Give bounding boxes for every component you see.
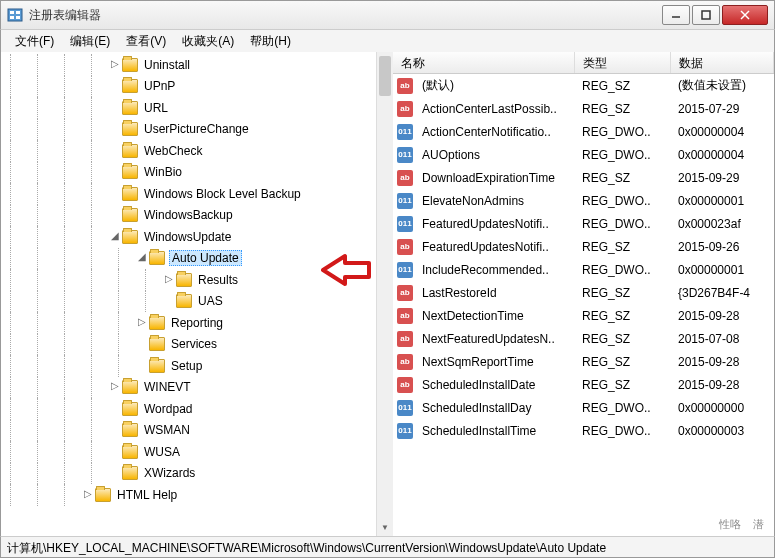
dword-value-icon: 011 bbox=[397, 262, 413, 278]
value-row[interactable]: abFeaturedUpdatesNotifi..REG_SZ2015-09-2… bbox=[393, 235, 774, 258]
string-value-icon: ab bbox=[397, 308, 413, 324]
tree-indent-line bbox=[37, 140, 55, 162]
menu-view[interactable]: 查看(V) bbox=[118, 31, 174, 52]
tree-indent-line bbox=[37, 162, 55, 184]
value-type: REG_SZ bbox=[576, 100, 672, 118]
tree-indent-line bbox=[37, 463, 55, 485]
tree-expander-icon[interactable]: ◢ bbox=[109, 231, 121, 243]
tree-node-label: UAS bbox=[196, 294, 225, 308]
tree-expander-icon[interactable]: ▷ bbox=[82, 489, 94, 501]
minimize-button[interactable] bbox=[662, 5, 690, 25]
tree-node[interactable]: ◢Auto Update bbox=[1, 248, 375, 270]
value-data: 0x00000001 bbox=[672, 261, 774, 279]
tree-node[interactable]: Setup bbox=[1, 355, 375, 377]
tree-expander-icon[interactable]: ▷ bbox=[109, 381, 121, 393]
tree-indent-line bbox=[145, 291, 163, 313]
tree-node[interactable]: WebCheck bbox=[1, 140, 375, 162]
tree-indent-line bbox=[10, 291, 28, 313]
tree-indent-line bbox=[37, 183, 55, 205]
values-list[interactable]: 名称 类型 数据 ab(默认)REG_SZ(数值未设置)abActionCent… bbox=[393, 52, 774, 536]
tree-indent-line bbox=[91, 140, 109, 162]
value-row[interactable]: abScheduledInstallDateREG_SZ2015-09-28 bbox=[393, 373, 774, 396]
value-row[interactable]: abDownloadExpirationTimeREG_SZ2015-09-29 bbox=[393, 166, 774, 189]
value-row[interactable]: 011ActionCenterNotificatio..REG_DWO..0x0… bbox=[393, 120, 774, 143]
tree-indent-line bbox=[10, 312, 28, 334]
folder-icon bbox=[122, 466, 138, 480]
tree-node-label: Services bbox=[169, 337, 219, 351]
value-type: REG_SZ bbox=[576, 77, 672, 95]
menu-bar: 文件(F) 编辑(E) 查看(V) 收藏夹(A) 帮助(H) bbox=[0, 30, 775, 52]
tree-indent-line bbox=[91, 76, 109, 98]
tree-node[interactable]: ▷WINEVT bbox=[1, 377, 375, 399]
scroll-down-button[interactable]: ▼ bbox=[377, 519, 393, 536]
value-row[interactable]: abNextSqmReportTimeREG_SZ2015-09-28 bbox=[393, 350, 774, 373]
tree-node[interactable]: XWizards bbox=[1, 463, 375, 485]
tree-indent-line bbox=[10, 441, 28, 463]
maximize-button[interactable] bbox=[692, 5, 720, 25]
scroll-thumb[interactable] bbox=[379, 56, 391, 96]
value-row[interactable]: 011FeaturedUpdatesNotifi..REG_DWO..0x000… bbox=[393, 212, 774, 235]
tree-node[interactable]: ◢WindowsUpdate bbox=[1, 226, 375, 248]
menu-file[interactable]: 文件(F) bbox=[7, 31, 62, 52]
tree-node[interactable]: WinBio bbox=[1, 162, 375, 184]
value-name: LastRestoreId bbox=[416, 284, 576, 302]
value-row[interactable]: abNextFeaturedUpdatesN..REG_SZ2015-07-08 bbox=[393, 327, 774, 350]
tree-node[interactable]: ▷Uninstall bbox=[1, 54, 375, 76]
tree-node[interactable]: UserPictureChange bbox=[1, 119, 375, 141]
tree-expander-icon[interactable]: ▷ bbox=[163, 274, 175, 286]
tree-node[interactable]: UPnP bbox=[1, 76, 375, 98]
tree-node[interactable]: Wordpad bbox=[1, 398, 375, 420]
tree-node[interactable]: WUSA bbox=[1, 441, 375, 463]
value-name: FeaturedUpdatesNotifi.. bbox=[416, 215, 576, 233]
folder-icon bbox=[122, 165, 138, 179]
value-row[interactable]: 011IncludeRecommended..REG_DWO..0x000000… bbox=[393, 258, 774, 281]
value-row[interactable]: 011ElevateNonAdminsREG_DWO..0x00000001 bbox=[393, 189, 774, 212]
tree-scrollbar[interactable]: ▲ ▼ bbox=[376, 52, 393, 536]
tree-node[interactable]: ▷Reporting bbox=[1, 312, 375, 334]
value-row[interactable]: ab(默认)REG_SZ(数值未设置) bbox=[393, 74, 774, 97]
column-header-name[interactable]: 名称 bbox=[393, 52, 575, 73]
tree-indent-line bbox=[145, 269, 163, 291]
tree-node[interactable]: ▷Results bbox=[1, 269, 375, 291]
tree-node[interactable]: UAS bbox=[1, 291, 375, 313]
menu-help[interactable]: 帮助(H) bbox=[242, 31, 299, 52]
value-row[interactable]: abNextDetectionTimeREG_SZ2015-09-28 bbox=[393, 304, 774, 327]
value-name: NextFeaturedUpdatesN.. bbox=[416, 330, 576, 348]
value-name: ActionCenterLastPossib.. bbox=[416, 100, 576, 118]
tree-indent-line bbox=[37, 205, 55, 227]
value-name: ActionCenterNotificatio.. bbox=[416, 123, 576, 141]
tree-node-label: WINEVT bbox=[142, 380, 193, 394]
value-data: 0x000023af bbox=[672, 215, 774, 233]
menu-edit[interactable]: 编辑(E) bbox=[62, 31, 118, 52]
value-name: FeaturedUpdatesNotifi.. bbox=[416, 238, 576, 256]
value-row[interactable]: abActionCenterLastPossib..REG_SZ2015-07-… bbox=[393, 97, 774, 120]
tree-node[interactable]: WindowsBackup bbox=[1, 205, 375, 227]
value-row[interactable]: 011ScheduledInstallTimeREG_DWO..0x000000… bbox=[393, 419, 774, 442]
tree-node[interactable]: Windows Block Level Backup bbox=[1, 183, 375, 205]
column-header-type[interactable]: 类型 bbox=[575, 52, 671, 73]
tree-expander-icon[interactable]: ▷ bbox=[109, 59, 121, 71]
registry-tree[interactable]: ▷UninstallUPnPURLUserPictureChangeWebChe… bbox=[1, 52, 393, 536]
value-row[interactable]: 011ScheduledInstallDayREG_DWO..0x0000000… bbox=[393, 396, 774, 419]
tree-expander-icon[interactable]: ◢ bbox=[136, 252, 148, 264]
tree-node-label: URL bbox=[142, 101, 170, 115]
value-row[interactable]: abLastRestoreIdREG_SZ{3D267B4F-4 bbox=[393, 281, 774, 304]
value-row[interactable]: 011AUOptionsREG_DWO..0x00000004 bbox=[393, 143, 774, 166]
tree-node[interactable]: URL bbox=[1, 97, 375, 119]
tree-node[interactable]: WSMAN bbox=[1, 420, 375, 442]
value-data: 2015-09-28 bbox=[672, 353, 774, 371]
tree-node[interactable]: ▷HTML Help bbox=[1, 484, 375, 506]
tree-expander-icon bbox=[109, 102, 121, 114]
menu-favorites[interactable]: 收藏夹(A) bbox=[174, 31, 242, 52]
tree-expander-icon[interactable]: ▷ bbox=[136, 317, 148, 329]
svg-rect-6 bbox=[702, 11, 710, 19]
tree-indent-line bbox=[91, 355, 109, 377]
folder-icon bbox=[122, 79, 138, 93]
tree-indent-line bbox=[91, 398, 109, 420]
tree-node[interactable]: Services bbox=[1, 334, 375, 356]
close-button[interactable] bbox=[722, 5, 768, 25]
string-value-icon: ab bbox=[397, 239, 413, 255]
tree-indent-line bbox=[91, 377, 109, 399]
value-type: REG_DWO.. bbox=[576, 422, 672, 440]
column-header-data[interactable]: 数据 bbox=[671, 52, 774, 73]
